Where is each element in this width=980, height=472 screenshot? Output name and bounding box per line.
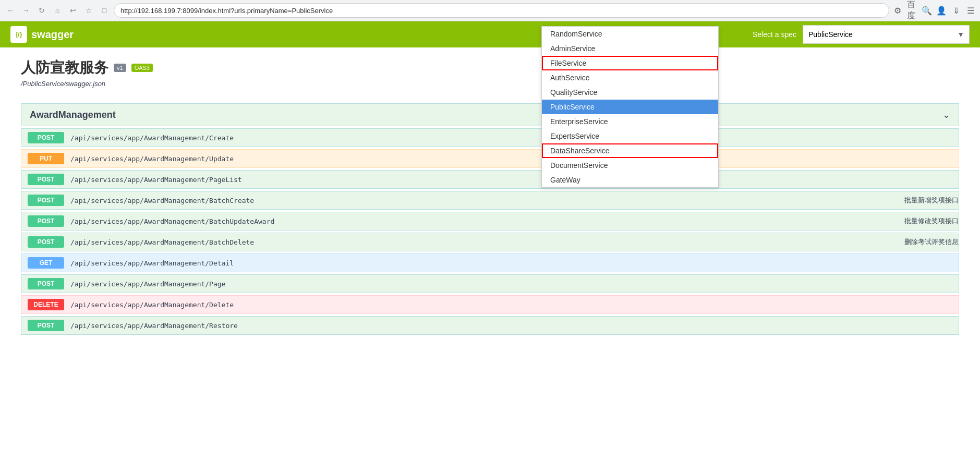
swagger-logo: {/} swagger	[10, 26, 74, 43]
dropdown-item-enterpriseservice[interactable]: EnterpriseService	[542, 114, 718, 129]
method-badge-get: GET	[28, 257, 64, 269]
extension-icon[interactable]: ⚙	[892, 5, 903, 16]
endpoint-path: /api/services/app/AwardManagement/Page	[70, 277, 959, 291]
endpoint-path: /api/services/app/AwardManagement/PageLi…	[70, 173, 959, 187]
swagger-header: {/} swagger Select a spec ▼	[0, 21, 980, 47]
swagger-logo-text: swagger	[31, 29, 74, 41]
screenshot-button[interactable]: □	[98, 4, 111, 17]
endpoint-delete-delete[interactable]: DELETE /api/services/app/AwardManagement…	[21, 295, 959, 314]
method-badge-post: POST	[28, 320, 64, 331]
method-badge-post: POST	[28, 195, 64, 206]
browser-toolbar: ← → ↻ ⌂ ↩ ☆ □ ⚙ 百度 🔍 👤 ⇓ ☰	[0, 0, 980, 21]
endpoint-post-pagelist[interactable]: POST /api/services/app/AwardManagement/P…	[21, 170, 959, 189]
endpoint-post-create[interactable]: POST /api/services/app/AwardManagement/C…	[21, 128, 959, 147]
dropdown-item-authservice[interactable]: AuthService	[542, 70, 718, 85]
section-title-award: AwardManagement	[30, 110, 116, 120]
v1-badge: v1	[114, 64, 126, 72]
method-badge-post: POST	[28, 236, 64, 248]
dropdown-item-qualityservice[interactable]: QualityService	[542, 85, 718, 100]
endpoint-path: /api/services/app/AwardManagement/Update	[70, 152, 959, 166]
browser-chrome: ← → ↻ ⌂ ↩ ☆ □ ⚙ 百度 🔍 👤 ⇓ ☰	[0, 0, 980, 21]
method-badge-put: PUT	[28, 153, 64, 164]
main-content: 人防宣教服务 v1 OAS3 /PublicService/swagger.js…	[0, 47, 980, 354]
endpoint-post-batchupdateaward[interactable]: POST /api/services/app/AwardManagement/B…	[21, 212, 959, 231]
endpoint-put-update[interactable]: PUT /api/services/app/AwardManagement/Up…	[21, 149, 959, 168]
endpoint-path: /api/services/app/AwardManagement/Restor…	[70, 319, 959, 333]
endpoint-post-batchcreate[interactable]: POST /api/services/app/AwardManagement/B…	[21, 191, 959, 210]
oas3-badge: OAS3	[131, 64, 153, 72]
swagger-logo-icon: {/}	[10, 26, 27, 43]
bookmark-button[interactable]: ☆	[82, 4, 95, 17]
method-badge-delete: DELETE	[28, 299, 64, 310]
search-icon[interactable]: 🔍	[922, 5, 932, 16]
method-badge-post: POST	[28, 278, 64, 289]
endpoint-desc: 批量新增奖项接口	[904, 196, 959, 205]
dropdown-item-expertsservice[interactable]: ExpertsService	[542, 129, 718, 143]
api-url: /PublicService/swagger.json	[21, 80, 959, 88]
api-title: 人防宣教服务 v1 OAS3	[21, 58, 959, 78]
section-header-award[interactable]: AwardManagement ⌄	[21, 103, 959, 126]
browser-actions: ⚙ 百度 🔍 👤 ⇓ ☰	[892, 5, 976, 16]
dropdown-item-datashareservice[interactable]: DataShareService	[542, 143, 718, 158]
search-engine-label: 百度	[907, 5, 917, 16]
endpoint-post-restore[interactable]: POST /api/services/app/AwardManagement/R…	[21, 316, 959, 335]
award-management-section: AwardManagement ⌄ POST /api/services/app…	[21, 103, 959, 335]
endpoint-post-batchdelete[interactable]: POST /api/services/app/AwardManagement/B…	[21, 233, 959, 251]
method-badge-post: POST	[28, 174, 64, 185]
spec-dropdown-input[interactable]	[803, 25, 970, 44]
method-badge-post: POST	[28, 132, 64, 143]
dropdown-item-publicservice[interactable]: PublicService	[542, 100, 718, 114]
forward-button[interactable]: →	[20, 4, 32, 17]
api-title-section: 人防宣教服务 v1 OAS3 /PublicService/swagger.js…	[21, 58, 959, 88]
endpoint-get-detail[interactable]: GET /api/services/app/AwardManagement/De…	[21, 253, 959, 272]
endpoint-post-page[interactable]: POST /api/services/app/AwardManagement/P…	[21, 274, 959, 293]
home-button[interactable]: ⌂	[51, 4, 64, 17]
dropdown-item-adminservice[interactable]: AdminService	[542, 41, 718, 56]
spec-label: Select a spec	[753, 30, 796, 39]
method-badge-post: POST	[28, 215, 64, 227]
download-icon[interactable]: ⇓	[951, 5, 961, 16]
api-title-text: 人防宣教服务	[21, 58, 108, 78]
endpoint-path: /api/services/app/AwardManagement/Detail	[70, 256, 959, 270]
user-icon[interactable]: 👤	[936, 5, 947, 16]
spec-dropdown-menu: RandomService AdminService FileService A…	[541, 26, 719, 188]
spec-selector: Select a spec ▼	[753, 25, 970, 44]
dropdown-item-fileservice[interactable]: FileService	[542, 56, 718, 70]
menu-icon[interactable]: ☰	[965, 5, 976, 16]
endpoint-path: /api/services/app/AwardManagement/BatchC…	[70, 193, 900, 208]
back-history-button[interactable]: ↩	[67, 4, 79, 17]
endpoint-desc: 批量修改奖项接口	[904, 216, 959, 226]
endpoint-path: /api/services/app/AwardManagement/Create	[70, 131, 959, 145]
address-bar[interactable]	[114, 3, 889, 18]
endpoint-path: /api/services/app/AwardManagement/BatchD…	[70, 235, 900, 249]
reload-button[interactable]: ↻	[35, 4, 48, 17]
back-button[interactable]: ←	[4, 4, 17, 17]
section-chevron-icon: ⌄	[942, 109, 950, 120]
spec-dropdown-container: ▼	[803, 25, 970, 44]
endpoint-path: /api/services/app/AwardManagement/BatchU…	[70, 214, 900, 228]
endpoint-path: /api/services/app/AwardManagement/Delete	[70, 298, 959, 312]
dropdown-item-documentservice[interactable]: DocumentService	[542, 158, 718, 173]
dropdown-item-randomservice[interactable]: RandomService	[542, 27, 718, 41]
endpoint-desc: 删除考试评奖信息	[904, 237, 959, 247]
dropdown-item-gateway[interactable]: GateWay	[542, 173, 718, 187]
